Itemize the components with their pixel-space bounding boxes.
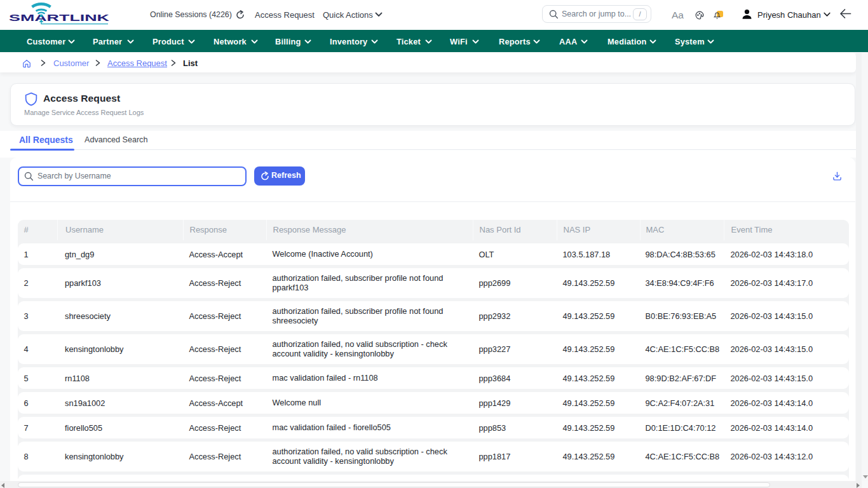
svg-text:SMARTLINK: SMARTLINK	[9, 12, 109, 23]
